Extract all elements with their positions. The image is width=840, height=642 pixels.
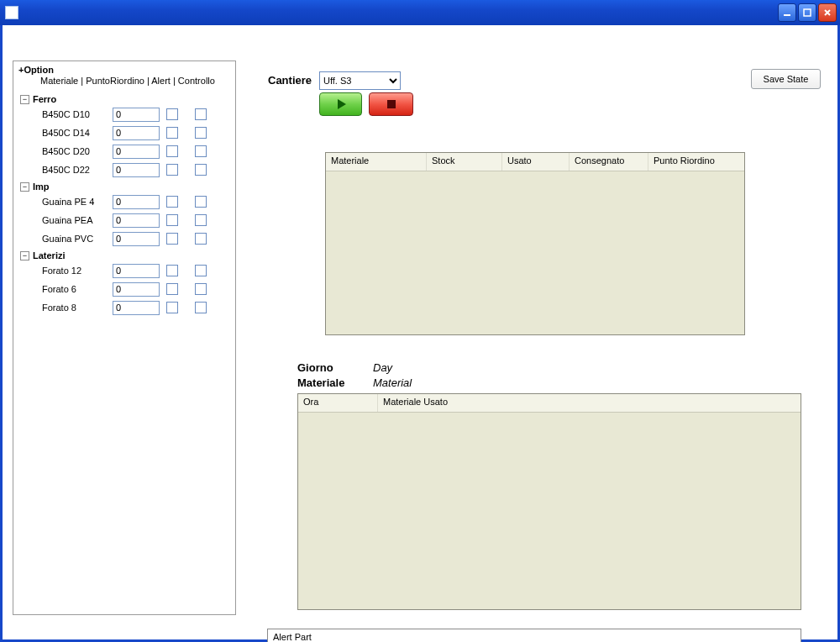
tree-item-row: Forato 12	[20, 262, 230, 279]
item-checkbox-2[interactable]	[195, 214, 207, 226]
item-value-input[interactable]	[113, 126, 160, 140]
giorno-value: Day	[373, 361, 392, 374]
cantiere-label: Cantiere	[268, 74, 312, 87]
col-punto-riordino[interactable]: Punto Riordino	[648, 153, 744, 171]
item-label: B450C D22	[42, 165, 106, 175]
item-label: B450C D14	[42, 128, 106, 138]
item-checkbox-1[interactable]	[166, 214, 178, 226]
save-state-button[interactable]: Save State	[751, 69, 821, 89]
item-checkbox-1[interactable]	[166, 302, 178, 313]
maximize-button[interactable]	[798, 3, 816, 22]
tree-category: −FerroB450C D10B450C D14B450C D20B450C D…	[20, 94, 230, 178]
tree-category-toggle[interactable]: −Laterizi	[20, 250, 230, 260]
app-icon	[5, 6, 18, 19]
item-checkbox-1[interactable]	[166, 265, 178, 276]
category-label: Ferro	[33, 94, 56, 104]
col-usato[interactable]: Usato	[502, 153, 570, 171]
tree-item-row: B450C D20	[20, 143, 230, 160]
svg-marker-2	[338, 99, 346, 109]
item-label: Guaina PVC	[42, 234, 106, 244]
item-label: Guaina PEA	[42, 215, 106, 225]
category-label: Imp	[33, 182, 50, 192]
item-checkbox-1[interactable]	[166, 164, 178, 176]
item-checkbox-2[interactable]	[195, 108, 207, 120]
item-label: Forato 12	[42, 266, 106, 276]
item-checkbox-1[interactable]	[166, 233, 178, 245]
item-value-input[interactable]	[113, 163, 160, 177]
play-button[interactable]	[319, 92, 362, 116]
col-materiale[interactable]: Materiale	[326, 153, 427, 171]
cantiere-select[interactable]: Uff. S3	[319, 71, 401, 90]
tree-item-row: B450C D22	[20, 161, 230, 178]
item-checkbox-1[interactable]	[166, 127, 178, 139]
usage-grid-header: Ora Materiale Usato	[298, 394, 801, 413]
tree-category: −ImpGuaina PE 4Guaina PEAGuaina PVC	[20, 182, 230, 247]
materiale-value: Material	[373, 376, 412, 389]
item-value-input[interactable]	[113, 264, 160, 278]
tree-item-row: Forato 6	[20, 281, 230, 297]
item-label: B450C D20	[42, 146, 106, 156]
tree-item-row: B450C D10	[20, 106, 230, 123]
svg-rect-1	[804, 9, 811, 16]
collapse-icon[interactable]: −	[20, 95, 29, 104]
option-title: +Option	[18, 65, 230, 75]
svg-rect-3	[387, 100, 396, 108]
item-checkbox-2[interactable]	[195, 233, 207, 245]
item-checkbox-1[interactable]	[166, 108, 178, 120]
window-client: +Option Materiale | PuntoRiordino | Aler…	[0, 25, 840, 642]
stop-button[interactable]	[369, 92, 413, 116]
giorno-label: Giorno	[297, 361, 356, 374]
tree-category-toggle[interactable]: −Ferro	[20, 94, 230, 104]
tree-item-row: Guaina PEA	[20, 212, 230, 229]
item-value-input[interactable]	[113, 108, 160, 122]
window-titlebar	[0, 0, 840, 25]
item-value-input[interactable]	[113, 213, 160, 228]
stock-grid-header: Materiale Stock Usato Consegnato Punto R…	[326, 153, 744, 171]
usage-grid[interactable]: Ora Materiale Usato	[297, 393, 801, 610]
col-consegnato[interactable]: Consegnato	[570, 153, 648, 171]
item-checkbox-1[interactable]	[166, 283, 178, 295]
item-checkbox-2[interactable]	[195, 145, 207, 157]
svg-rect-0	[784, 14, 790, 16]
item-label: Forato 6	[42, 284, 106, 294]
close-button[interactable]	[818, 3, 837, 22]
item-checkbox-2[interactable]	[195, 283, 207, 295]
item-checkbox-2[interactable]	[195, 265, 207, 276]
category-label: Laterizi	[33, 250, 66, 260]
tree-category-toggle[interactable]: −Imp	[20, 182, 230, 192]
collapse-icon[interactable]: −	[20, 251, 29, 260]
alert-box: Alert Part	[267, 629, 801, 642]
item-checkbox-2[interactable]	[195, 127, 207, 139]
col-ora[interactable]: Ora	[298, 394, 378, 412]
item-checkbox-2[interactable]	[195, 302, 207, 313]
item-checkbox-2[interactable]	[195, 164, 207, 176]
item-checkbox-2[interactable]	[195, 196, 207, 208]
stock-grid[interactable]: Materiale Stock Usato Consegnato Punto R…	[325, 152, 745, 335]
tree-category: −LateriziForato 12Forato 6Forato 8	[20, 250, 230, 316]
col-stock[interactable]: Stock	[427, 153, 502, 171]
item-value-input[interactable]	[113, 195, 160, 209]
col-materiale-usato[interactable]: Materiale Usato	[378, 394, 801, 412]
item-label: B450C D10	[42, 109, 106, 119]
item-checkbox-1[interactable]	[166, 196, 178, 208]
collapse-icon[interactable]: −	[20, 182, 29, 192]
materiale-label: Materiale	[297, 376, 356, 389]
tree-item-row: B450C D14	[20, 124, 230, 141]
minimize-button[interactable]	[778, 3, 796, 22]
tree-item-row: Guaina PVC	[20, 230, 230, 247]
item-label: Forato 8	[42, 303, 106, 313]
giorno-row: Giorno Day	[297, 361, 392, 374]
item-checkbox-1[interactable]	[166, 145, 178, 157]
item-value-input[interactable]	[113, 232, 160, 246]
item-label: Guaina PE 4	[42, 197, 106, 207]
materiale-row: Materiale Material	[297, 376, 412, 389]
item-value-input[interactable]	[113, 301, 160, 315]
option-tabs[interactable]: Materiale | PuntoRiordino | Alert | Cont…	[18, 76, 230, 86]
material-tree: −FerroB450C D10B450C D14B450C D20B450C D…	[13, 86, 235, 321]
option-panel: +Option Materiale | PuntoRiordino | Aler…	[13, 61, 236, 615]
tree-item-row: Guaina PE 4	[20, 193, 230, 210]
tree-item-row: Forato 8	[20, 299, 230, 316]
item-value-input[interactable]	[113, 145, 160, 159]
item-value-input[interactable]	[113, 282, 160, 297]
